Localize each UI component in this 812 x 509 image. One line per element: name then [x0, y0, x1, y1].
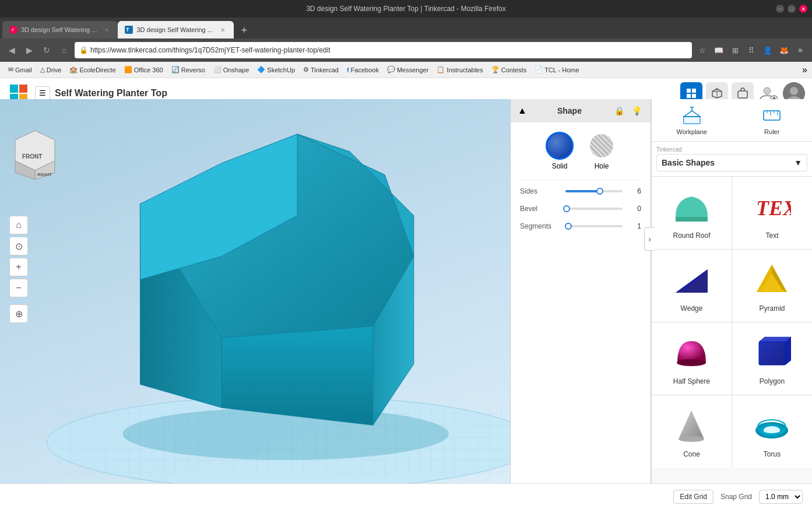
url-input-wrap[interactable]: 🔒 https://www.tinkercad.com/things/1q7D5… — [75, 42, 692, 58]
bookmark-office360[interactable]: 🟧 Office 360 — [121, 65, 167, 75]
shape-panel: ▲ Shape 🔒 💡 Solid Hole Sides 6 — [510, 99, 651, 483]
bookmark-messenger[interactable]: 💬 Messenger — [384, 65, 432, 75]
tab-2[interactable]: T 3D design Self Watering ... ✕ — [118, 21, 233, 38]
bookmark-gmail[interactable]: ✉ Gmail — [5, 65, 36, 75]
half-sphere-label: Half Sphere — [673, 377, 710, 385]
torus-icon-area — [752, 405, 793, 445]
bookmark-onshape[interactable]: ⬜ Onshape — [210, 65, 253, 75]
shapes-category-dropdown[interactable]: Tinkercad Basic Shapes ▼ — [652, 142, 812, 177]
bookmarks-more-button[interactable]: » — [802, 65, 807, 75]
contests-icon: 🏆 — [491, 66, 500, 73]
svg-text:TEXT: TEXT — [756, 196, 791, 220]
firefox-favicon: F — [9, 26, 17, 34]
shape-item-text[interactable]: TEXT Text — [732, 177, 812, 249]
tab-1-close[interactable]: ✕ — [103, 26, 111, 34]
solid-option[interactable]: Solid — [546, 132, 574, 170]
bookmark-contests-label: Contests — [501, 66, 526, 73]
ruler-button[interactable]: Ruler — [732, 99, 813, 141]
reverso-icon: 🔄 — [171, 66, 180, 73]
sketchup-icon: 🔷 — [257, 66, 265, 73]
bookmark-star-icon[interactable]: ☆ — [695, 43, 709, 57]
list-view-button[interactable]: ☰ — [35, 86, 50, 100]
shape-item-half-sphere[interactable]: Half Sphere — [652, 322, 732, 395]
sides-slider[interactable] — [565, 190, 623, 192]
snap-grid-select[interactable]: 1.0 mm 0.5 mm 2.0 mm — [759, 490, 803, 504]
polygon-icon-area — [752, 332, 793, 373]
cube-icon — [711, 87, 723, 99]
shape-item-pyramid[interactable]: Pyramid — [732, 250, 812, 322]
bookmark-ecoledirecte[interactable]: 🏫 EcoleDirecte — [66, 65, 119, 75]
segments-label: Segments — [520, 222, 561, 230]
reload-button[interactable]: ↻ — [40, 43, 54, 57]
edit-grid-button[interactable]: Edit Grid — [673, 490, 713, 504]
shape-item-wedge[interactable]: Wedge — [652, 250, 732, 322]
zoom-in-button[interactable]: + — [9, 258, 28, 276]
zoom-fit-button[interactable]: ⊙ — [9, 237, 28, 255]
bookmark-drive[interactable]: △ Drive — [37, 65, 65, 75]
layers-button[interactable]: ⊕ — [9, 304, 28, 323]
shape-item-torus[interactable]: Torus Torus — [732, 395, 812, 468]
bookmark-reverso[interactable]: 🔄 Reverso — [168, 65, 209, 75]
sides-thumb[interactable] — [596, 188, 603, 195]
menu-button[interactable]: ≡ — [793, 43, 807, 57]
sides-slider-row: Sides 6 — [520, 187, 641, 195]
bookmark-tinkercad[interactable]: ⚙ Tinkercad — [300, 65, 342, 75]
shape-panel-up-arrow[interactable]: ▲ — [518, 106, 527, 116]
firefox-account-icon[interactable]: 🦊 — [777, 43, 791, 57]
bevel-label: Bevel — [520, 205, 561, 213]
forward-button[interactable]: ▶ — [22, 43, 36, 57]
polygon-label: Polygon — [760, 377, 785, 385]
shape-top-tools: Workplane Ruler — [652, 99, 812, 142]
svg-rect-5 — [692, 89, 696, 93]
maximize-button[interactable]: □ — [788, 5, 796, 13]
panel-collapse-button[interactable]: › — [644, 227, 655, 251]
sidebar-icon[interactable]: ⊞ — [728, 43, 742, 57]
tab-1[interactable]: F 3D design Self Watering ... ✕ — [2, 21, 118, 38]
lightbulb-icon[interactable]: 💡 — [630, 104, 644, 118]
bookmark-sketchup[interactable]: 🔷 SketchUp — [254, 65, 298, 75]
tab-bar: F 3D design Self Watering ... ✕ T 3D des… — [0, 17, 812, 38]
minimize-button[interactable]: ─ — [776, 5, 784, 13]
app-title: Self Watering Planter Top — [55, 88, 676, 99]
zoom-out-button[interactable]: − — [9, 279, 28, 297]
shape-item-round-roof[interactable]: Round Roof — [652, 177, 732, 249]
wedge-shape — [673, 264, 711, 296]
bookmark-facebook[interactable]: f Facebook — [343, 65, 382, 75]
segments-thumb[interactable] — [565, 223, 572, 230]
bevel-thumb[interactable] — [563, 205, 570, 212]
shapes-library: Workplane Ruler Tinkercad Basic Shapes ▼ — [651, 99, 812, 483]
cone-label-display: Cone — [683, 450, 700, 458]
category-select[interactable]: Basic Shapes ▼ — [656, 154, 807, 171]
hole-label: Hole — [595, 162, 609, 170]
round-roof-icon-area — [672, 186, 712, 227]
security-icon: 🔒 — [79, 46, 88, 54]
close-button[interactable]: ✕ — [799, 5, 807, 13]
shape-item-polygon[interactable]: Polygon — [732, 322, 812, 395]
back-button[interactable]: ◀ — [5, 43, 19, 57]
workplane-button[interactable]: Workplane — [652, 99, 732, 141]
tab-2-close[interactable]: ✕ — [219, 26, 227, 34]
bookmark-tcl[interactable]: 📄 TCL - Home — [531, 65, 583, 75]
torus-label-display: Torus — [764, 450, 781, 458]
ecoledirecte-icon: 🏫 — [69, 66, 78, 73]
extensions-btn[interactable]: ⠿ — [744, 43, 758, 57]
home-button[interactable]: ⌂ — [57, 43, 71, 57]
workplane-label: Workplane — [677, 128, 707, 135]
text-label: Text — [765, 231, 778, 240]
segments-value: 1 — [627, 222, 641, 230]
reading-list-icon[interactable]: 📖 — [712, 43, 726, 57]
view-cube-container[interactable]: FRONT RIGHT — [9, 128, 61, 180]
hole-option[interactable]: Hole — [588, 132, 616, 170]
profile-icon[interactable]: 👤 — [761, 43, 775, 57]
bookmark-contests[interactable]: 🏆 Contests — [488, 65, 530, 75]
new-tab-button[interactable]: + — [236, 22, 252, 38]
shape-item-cone[interactable]: Cone Cone — [652, 395, 732, 468]
browser-titlebar: 3D design Self Watering Planter Top | Ti… — [0, 0, 812, 17]
lock-icon[interactable]: 🔒 — [612, 104, 626, 118]
segments-slider[interactable] — [565, 225, 623, 227]
home-view-button[interactable]: ⌂ — [9, 216, 28, 234]
bevel-slider[interactable] — [565, 208, 623, 210]
svg-marker-97 — [785, 337, 791, 365]
bookmark-instructables[interactable]: 📋 Instructables — [433, 65, 486, 75]
cone-icon-area — [672, 405, 712, 445]
